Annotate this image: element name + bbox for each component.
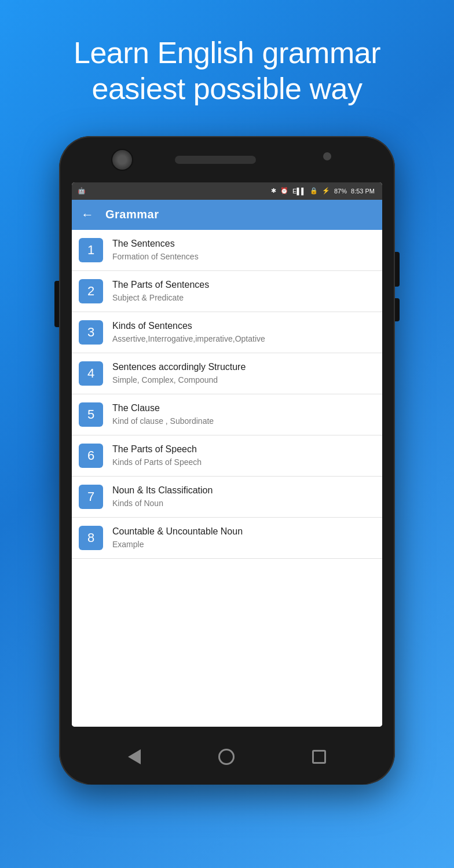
item-number-4: 4 [79,361,103,386]
item-number-5: 5 [79,402,103,427]
list-item[interactable]: 5 The Clause Kind of clause , Subordinat… [72,394,382,435]
side-button-volume [54,281,59,327]
item-title-4: Sentences accordingly Structure [112,361,246,373]
item-title-6: The Parts of Speech [112,444,202,456]
list-item[interactable]: 3 Kinds of Sentences Assertive,Interroga… [72,312,382,353]
phone-screen: 🤖 ✱ ⏰ E▌▌ 🔒 ⚡ 87% 8:53 PM ← Grammar 1 [72,182,382,727]
signal-icon: E▌▌ [292,188,306,195]
time-display: 8:53 PM [351,188,375,195]
item-title-2: The Parts of Sentences [112,279,209,291]
item-text-3: Kinds of Sentences Assertive,Interrogati… [112,320,265,344]
item-title-1: The Sentences [112,238,199,250]
item-text-1: The Sentences Formation of Sentences [112,238,199,262]
item-subtitle-4: Simple, Complex, Compound [112,375,246,385]
item-subtitle-8: Example [112,539,243,550]
status-left: 🤖 [78,187,86,195]
bluetooth-icon: ✱ [271,187,276,195]
side-button-power2 [395,298,400,321]
item-number-7: 7 [79,485,103,509]
list-item[interactable]: 4 Sentences accordingly Structure Simple… [72,353,382,394]
side-button-power [395,252,400,287]
back-button[interactable]: ← [81,207,94,222]
app-title: Grammar [105,208,159,221]
item-number-8: 8 [79,526,103,550]
item-number-2: 2 [79,279,103,303]
circle-icon [218,749,235,765]
item-subtitle-1: Formation of Sentences [112,251,199,262]
hero-line1: Learn English grammar [74,36,380,69]
item-subtitle-2: Subject & Predicate [112,292,209,303]
back-nav-button[interactable] [128,749,141,764]
home-nav-button[interactable] [218,749,235,765]
status-bar: 🤖 ✱ ⏰ E▌▌ 🔒 ⚡ 87% 8:53 PM [72,182,382,200]
item-title-3: Kinds of Sentences [112,320,265,332]
item-title-8: Countable & Uncountable Noun [112,526,243,538]
item-text-5: The Clause Kind of clause , Subordinate [112,402,214,426]
android-icon: 🤖 [78,187,86,195]
item-title-7: Noun & Its Classification [112,485,213,497]
item-number-3: 3 [79,320,103,345]
item-number-6: 6 [79,444,103,468]
battery-percent: 87% [334,188,347,195]
item-number-1: 1 [79,238,103,262]
phone-speaker [175,156,256,164]
hero-section: Learn English grammar easiest possible w… [50,0,404,130]
app-bar: ← Grammar [72,200,382,230]
item-text-8: Countable & Uncountable Noun Example [112,526,243,550]
item-subtitle-5: Kind of clause , Subordinate [112,416,214,426]
phone-bottom-bar [72,730,382,785]
item-title-5: The Clause [112,402,214,415]
list-item[interactable]: 8 Countable & Uncountable Noun Example [72,518,382,559]
item-text-2: The Parts of Sentences Subject & Predica… [112,279,209,303]
item-text-7: Noun & Its Classification Kinds of Noun [112,485,213,508]
list-item[interactable]: 2 The Parts of Sentences Subject & Predi… [72,271,382,312]
alarm-icon: ⏰ [280,187,288,195]
list-item[interactable]: 6 The Parts of Speech Kinds of Parts of … [72,435,382,477]
list-item[interactable]: 1 The Sentences Formation of Sentences [72,230,382,271]
item-subtitle-3: Assertive,Interrogative,imperative,Optat… [112,334,265,344]
square-icon [312,750,326,764]
item-text-6: The Parts of Speech Kinds of Parts of Sp… [112,444,202,467]
list-container: 1 The Sentences Formation of Sentences 2… [72,230,382,727]
triangle-icon [128,749,141,764]
phone-wrapper: 🤖 ✱ ⏰ E▌▌ 🔒 ⚡ 87% 8:53 PM ← Grammar 1 [59,136,395,785]
list-item[interactable]: 7 Noun & Its Classification Kinds of Nou… [72,477,382,518]
phone-cam-small [323,152,331,160]
item-text-4: Sentences accordingly Structure Simple, … [112,361,246,385]
battery-icon: ⚡ [322,187,330,195]
phone-camera [111,149,133,171]
hero-line2: easiest possible way [92,72,363,105]
item-subtitle-7: Kinds of Noun [112,498,213,508]
item-subtitle-6: Kinds of Parts of Speech [112,457,202,467]
lock-icon: 🔒 [310,187,318,195]
recents-nav-button[interactable] [312,750,326,764]
status-right: ✱ ⏰ E▌▌ 🔒 ⚡ 87% 8:53 PM [271,187,376,195]
